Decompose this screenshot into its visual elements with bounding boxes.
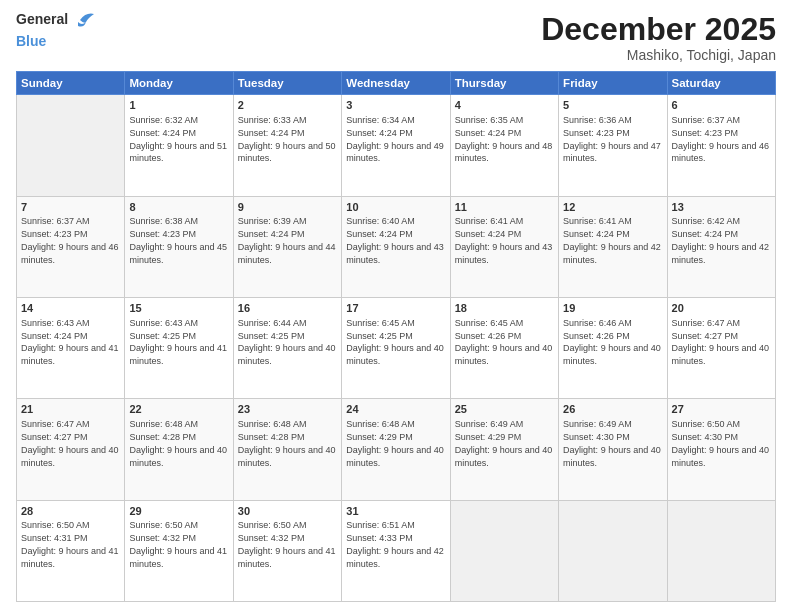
day-number: 29 [129,504,228,519]
day-info: Sunrise: 6:48 AMSunset: 4:29 PMDaylight:… [346,419,444,467]
day-number: 28 [21,504,120,519]
day-info: Sunrise: 6:49 AMSunset: 4:29 PMDaylight:… [455,419,553,467]
logo-general-text: General [16,12,68,27]
day-info: Sunrise: 6:46 AMSunset: 4:26 PMDaylight:… [563,318,661,366]
table-cell: 17Sunrise: 6:45 AMSunset: 4:25 PMDayligh… [342,297,450,398]
day-info: Sunrise: 6:48 AMSunset: 4:28 PMDaylight:… [129,419,227,467]
table-row: 1Sunrise: 6:32 AMSunset: 4:24 PMDaylight… [17,95,776,196]
day-number: 10 [346,200,445,215]
table-cell: 8Sunrise: 6:38 AMSunset: 4:23 PMDaylight… [125,196,233,297]
header-saturday: Saturday [667,72,775,95]
day-info: Sunrise: 6:38 AMSunset: 4:23 PMDaylight:… [129,216,227,264]
day-number: 18 [455,301,554,316]
header-friday: Friday [559,72,667,95]
table-cell: 26Sunrise: 6:49 AMSunset: 4:30 PMDayligh… [559,399,667,500]
day-info: Sunrise: 6:36 AMSunset: 4:23 PMDaylight:… [563,115,661,163]
calendar-page: General Blue December 2025 Mashiko, Toch… [0,0,792,612]
day-info: Sunrise: 6:47 AMSunset: 4:27 PMDaylight:… [672,318,770,366]
day-number: 21 [21,402,120,417]
calendar-header-row: Sunday Monday Tuesday Wednesday Thursday… [17,72,776,95]
day-info: Sunrise: 6:51 AMSunset: 4:33 PMDaylight:… [346,520,444,568]
day-info: Sunrise: 6:43 AMSunset: 4:24 PMDaylight:… [21,318,119,366]
day-info: Sunrise: 6:33 AMSunset: 4:24 PMDaylight:… [238,115,336,163]
calendar-table: Sunday Monday Tuesday Wednesday Thursday… [16,71,776,602]
table-cell: 1Sunrise: 6:32 AMSunset: 4:24 PMDaylight… [125,95,233,196]
day-number: 12 [563,200,662,215]
day-number: 31 [346,504,445,519]
table-cell: 28Sunrise: 6:50 AMSunset: 4:31 PMDayligh… [17,500,125,601]
day-number: 11 [455,200,554,215]
table-cell: 16Sunrise: 6:44 AMSunset: 4:25 PMDayligh… [233,297,341,398]
day-info: Sunrise: 6:43 AMSunset: 4:25 PMDaylight:… [129,318,227,366]
day-number: 6 [672,98,771,113]
day-info: Sunrise: 6:50 AMSunset: 4:30 PMDaylight:… [672,419,770,467]
title-block: December 2025 Mashiko, Tochigi, Japan [541,12,776,63]
header-wednesday: Wednesday [342,72,450,95]
day-info: Sunrise: 6:44 AMSunset: 4:25 PMDaylight:… [238,318,336,366]
day-number: 7 [21,200,120,215]
table-cell: 29Sunrise: 6:50 AMSunset: 4:32 PMDayligh… [125,500,233,601]
table-cell: 5Sunrise: 6:36 AMSunset: 4:23 PMDaylight… [559,95,667,196]
logo: General Blue [16,12,94,50]
day-number: 24 [346,402,445,417]
day-number: 1 [129,98,228,113]
day-number: 15 [129,301,228,316]
day-number: 4 [455,98,554,113]
day-number: 14 [21,301,120,316]
table-cell: 3Sunrise: 6:34 AMSunset: 4:24 PMDaylight… [342,95,450,196]
day-info: Sunrise: 6:45 AMSunset: 4:26 PMDaylight:… [455,318,553,366]
table-cell: 2Sunrise: 6:33 AMSunset: 4:24 PMDaylight… [233,95,341,196]
day-number: 30 [238,504,337,519]
table-cell: 18Sunrise: 6:45 AMSunset: 4:26 PMDayligh… [450,297,558,398]
logo-bird-icon [72,12,94,28]
title-location: Mashiko, Tochigi, Japan [541,47,776,63]
day-info: Sunrise: 6:50 AMSunset: 4:32 PMDaylight:… [238,520,336,568]
day-info: Sunrise: 6:32 AMSunset: 4:24 PMDaylight:… [129,115,227,163]
day-info: Sunrise: 6:40 AMSunset: 4:24 PMDaylight:… [346,216,444,264]
header-monday: Monday [125,72,233,95]
day-number: 27 [672,402,771,417]
day-number: 20 [672,301,771,316]
day-info: Sunrise: 6:39 AMSunset: 4:24 PMDaylight:… [238,216,336,264]
day-number: 26 [563,402,662,417]
table-cell: 22Sunrise: 6:48 AMSunset: 4:28 PMDayligh… [125,399,233,500]
table-cell: 27Sunrise: 6:50 AMSunset: 4:30 PMDayligh… [667,399,775,500]
table-row: 7Sunrise: 6:37 AMSunset: 4:23 PMDaylight… [17,196,776,297]
day-number: 19 [563,301,662,316]
table-cell: 10Sunrise: 6:40 AMSunset: 4:24 PMDayligh… [342,196,450,297]
header: General Blue December 2025 Mashiko, Toch… [16,12,776,63]
table-cell [667,500,775,601]
table-cell: 20Sunrise: 6:47 AMSunset: 4:27 PMDayligh… [667,297,775,398]
day-info: Sunrise: 6:45 AMSunset: 4:25 PMDaylight:… [346,318,444,366]
day-number: 17 [346,301,445,316]
day-info: Sunrise: 6:41 AMSunset: 4:24 PMDaylight:… [455,216,553,264]
day-info: Sunrise: 6:37 AMSunset: 4:23 PMDaylight:… [672,115,770,163]
logo-line: General [16,12,94,28]
day-number: 22 [129,402,228,417]
header-tuesday: Tuesday [233,72,341,95]
day-info: Sunrise: 6:42 AMSunset: 4:24 PMDaylight:… [672,216,770,264]
table-cell: 7Sunrise: 6:37 AMSunset: 4:23 PMDaylight… [17,196,125,297]
day-info: Sunrise: 6:35 AMSunset: 4:24 PMDaylight:… [455,115,553,163]
table-cell: 19Sunrise: 6:46 AMSunset: 4:26 PMDayligh… [559,297,667,398]
day-number: 13 [672,200,771,215]
table-cell: 30Sunrise: 6:50 AMSunset: 4:32 PMDayligh… [233,500,341,601]
header-thursday: Thursday [450,72,558,95]
table-cell [17,95,125,196]
table-cell: 13Sunrise: 6:42 AMSunset: 4:24 PMDayligh… [667,196,775,297]
table-cell: 6Sunrise: 6:37 AMSunset: 4:23 PMDaylight… [667,95,775,196]
table-cell: 11Sunrise: 6:41 AMSunset: 4:24 PMDayligh… [450,196,558,297]
table-row: 28Sunrise: 6:50 AMSunset: 4:31 PMDayligh… [17,500,776,601]
table-cell: 25Sunrise: 6:49 AMSunset: 4:29 PMDayligh… [450,399,558,500]
table-cell: 14Sunrise: 6:43 AMSunset: 4:24 PMDayligh… [17,297,125,398]
logo-blue-text: Blue [16,32,46,50]
day-number: 23 [238,402,337,417]
table-cell: 4Sunrise: 6:35 AMSunset: 4:24 PMDaylight… [450,95,558,196]
day-info: Sunrise: 6:41 AMSunset: 4:24 PMDaylight:… [563,216,661,264]
table-cell: 24Sunrise: 6:48 AMSunset: 4:29 PMDayligh… [342,399,450,500]
day-number: 9 [238,200,337,215]
day-number: 3 [346,98,445,113]
table-cell: 12Sunrise: 6:41 AMSunset: 4:24 PMDayligh… [559,196,667,297]
day-info: Sunrise: 6:47 AMSunset: 4:27 PMDaylight:… [21,419,119,467]
table-cell [559,500,667,601]
